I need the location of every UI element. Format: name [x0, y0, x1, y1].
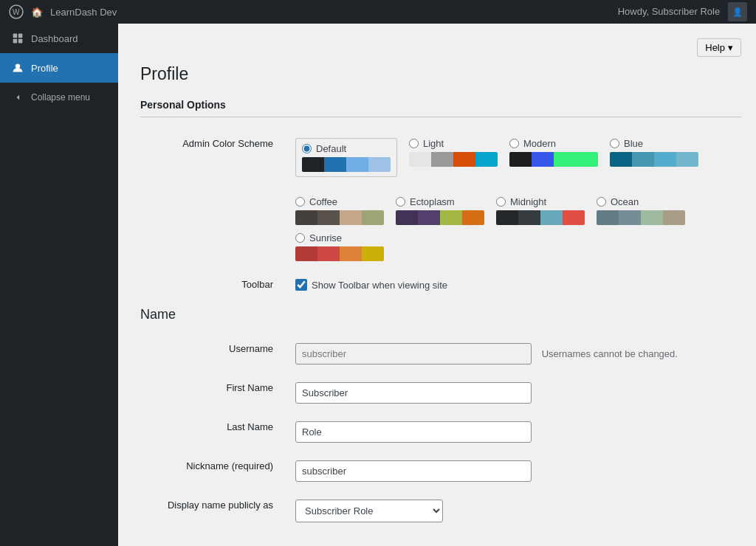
scheme-default-radio[interactable] [302, 144, 312, 153]
swatch [654, 152, 676, 167]
toolbar-row: Toolbar Show Toolbar when viewing site [140, 270, 741, 300]
scheme-ectoplasm-radio[interactable] [396, 197, 405, 207]
scheme-default-swatches [302, 157, 391, 172]
scheme-default[interactable]: Default [295, 138, 397, 177]
sunrise-row: Sunrise [295, 232, 734, 261]
name-section-title: Name [140, 307, 741, 322]
dashboard-icon [10, 31, 25, 46]
scheme-sunrise-radio[interactable] [295, 233, 305, 243]
scheme-coffee-text: Coffee [309, 196, 337, 207]
display-name-select[interactable]: Subscriber Role subscriber Subscriber Ro… [295, 500, 443, 522]
scheme-blue-swatches [610, 152, 698, 167]
user-avatar: 👤 [728, 2, 747, 21]
username-note: Usernames cannot be changed. [542, 348, 678, 359]
color-scheme-grid: Default [295, 138, 734, 225]
scheme-ocean-radio[interactable] [597, 197, 606, 207]
swatch [496, 210, 518, 225]
first-name-row: First Name [140, 373, 741, 412]
scheme-midnight-radio[interactable] [496, 197, 506, 207]
sidebar-item-profile[interactable]: Profile [0, 53, 118, 83]
swatch [317, 210, 340, 225]
scheme-modern[interactable]: Modern [509, 138, 598, 177]
scheme-modern-swatches [509, 152, 598, 167]
swatch [453, 152, 475, 167]
first-name-input[interactable] [295, 382, 532, 404]
scheme-midnight-label[interactable]: Midnight [496, 196, 585, 207]
scheme-blue[interactable]: Blue [610, 138, 698, 177]
first-name-td [288, 373, 741, 412]
scheme-ocean-label[interactable]: Ocean [597, 196, 685, 207]
scheme-coffee[interactable]: Coffee [295, 196, 384, 225]
scheme-sunrise[interactable]: Sunrise [295, 232, 734, 261]
swatch [554, 152, 576, 167]
swatch [462, 210, 484, 225]
admin-menu: Dashboard Profile Collapse menu [0, 24, 118, 546]
swatch [597, 210, 619, 225]
scheme-light-radio[interactable] [409, 139, 419, 148]
swatch [676, 152, 698, 167]
profile-icon [10, 61, 25, 75]
username-td: Usernames cannot be changed. [288, 334, 741, 373]
scheme-ectoplasm-label[interactable]: Ectoplasm [396, 196, 484, 207]
sidebar-item-collapse[interactable]: Collapse menu [0, 83, 118, 112]
bar-left: W 🏠 LearnDash Dev [9, 4, 117, 19]
scheme-light-label[interactable]: Light [409, 138, 498, 149]
swatch [362, 210, 384, 225]
scheme-sunrise-swatches [295, 246, 384, 261]
personal-options-title: Personal Options [140, 99, 741, 117]
swatch [610, 152, 632, 167]
swatch [340, 210, 362, 225]
scheme-midnight[interactable]: Midnight [496, 196, 585, 225]
swatch [431, 152, 453, 167]
scheme-light-swatches [409, 152, 498, 167]
last-name-input[interactable] [295, 421, 532, 443]
swatch [409, 152, 431, 167]
swatch [518, 210, 540, 225]
scheme-ectoplasm-swatches [396, 210, 484, 225]
svg-point-6 [16, 63, 20, 68]
scheme-coffee-label[interactable]: Coffee [295, 196, 384, 207]
scheme-coffee-swatches [295, 210, 384, 225]
swatch [317, 246, 340, 261]
swatch [302, 157, 324, 172]
swatch [396, 210, 418, 225]
display-name-th: Display name publicly as [140, 491, 288, 531]
scheme-sunrise-label[interactable]: Sunrise [295, 232, 734, 243]
svg-rect-3 [18, 34, 23, 38]
main-content: Help ▾ Profile Personal Options Admin Co… [118, 24, 756, 546]
scheme-light[interactable]: Light [409, 138, 498, 177]
last-name-row: Last Name [140, 412, 741, 452]
last-name-td [288, 412, 741, 452]
scheme-ectoplasm[interactable]: Ectoplasm [396, 196, 484, 225]
svg-rect-4 [13, 39, 18, 44]
first-name-th: First Name [140, 373, 288, 412]
swatch [540, 210, 563, 225]
toolbar-checkbox-label[interactable]: Show Toolbar when viewing site [295, 279, 734, 291]
collapse-label: Collapse menu [31, 92, 90, 103]
toolbar-checkbox-text: Show Toolbar when viewing site [312, 280, 447, 291]
scheme-light-text: Light [423, 138, 444, 149]
scheme-blue-text: Blue [624, 138, 643, 149]
nickname-input[interactable] [295, 460, 532, 482]
scheme-default-label[interactable]: Default [302, 143, 391, 154]
scheme-modern-label[interactable]: Modern [509, 138, 598, 149]
site-name[interactable]: LearnDash Dev [50, 7, 117, 18]
scheme-ocean-swatches [597, 210, 685, 225]
toolbar-label: Toolbar [140, 270, 288, 300]
chevron-down-icon: ▾ [728, 42, 733, 53]
toolbar-checkbox-cell: Show Toolbar when viewing site [288, 270, 741, 300]
scheme-modern-radio[interactable] [509, 139, 519, 148]
scheme-blue-radio[interactable] [610, 139, 619, 148]
wp-wrap: Dashboard Profile Collapse menu Help ▾ P… [0, 0, 756, 546]
help-label: Help [705, 42, 725, 53]
help-button[interactable]: Help ▾ [697, 38, 741, 57]
swatch [563, 210, 585, 225]
collapse-icon [10, 90, 25, 105]
home-icon[interactable]: 🏠 [31, 7, 43, 18]
scheme-ocean[interactable]: Ocean [597, 196, 685, 225]
scheme-blue-label[interactable]: Blue [610, 138, 698, 149]
scheme-coffee-radio[interactable] [295, 197, 305, 207]
toolbar-checkbox[interactable] [295, 279, 307, 291]
sidebar-item-dashboard[interactable]: Dashboard [0, 24, 118, 53]
swatch [418, 210, 440, 225]
